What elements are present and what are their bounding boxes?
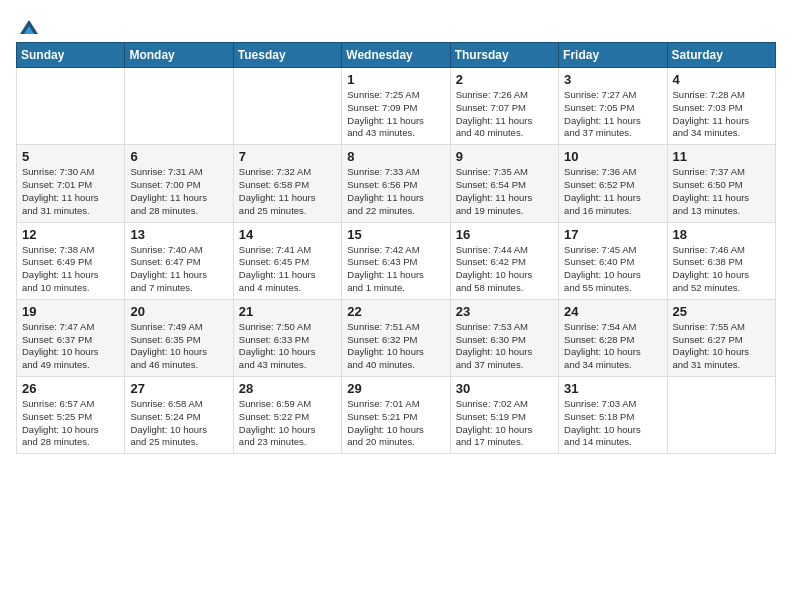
day-number: 21 xyxy=(239,304,336,319)
day-number: 12 xyxy=(22,227,119,242)
day-info: Sunrise: 7:32 AM Sunset: 6:58 PM Dayligh… xyxy=(239,166,336,217)
calendar-header: SundayMondayTuesdayWednesdayThursdayFrid… xyxy=(17,43,776,68)
day-number: 15 xyxy=(347,227,444,242)
day-number: 11 xyxy=(673,149,770,164)
calendar-cell: 8Sunrise: 7:33 AM Sunset: 6:56 PM Daylig… xyxy=(342,145,450,222)
logo-top xyxy=(16,16,40,36)
day-number: 7 xyxy=(239,149,336,164)
calendar-cell: 12Sunrise: 7:38 AM Sunset: 6:49 PM Dayli… xyxy=(17,222,125,299)
day-info: Sunrise: 7:03 AM Sunset: 5:18 PM Dayligh… xyxy=(564,398,661,449)
calendar-table: SundayMondayTuesdayWednesdayThursdayFrid… xyxy=(16,42,776,454)
calendar-cell: 20Sunrise: 7:49 AM Sunset: 6:35 PM Dayli… xyxy=(125,299,233,376)
calendar-body: 1Sunrise: 7:25 AM Sunset: 7:09 PM Daylig… xyxy=(17,68,776,454)
day-number: 8 xyxy=(347,149,444,164)
week-row-2: 5Sunrise: 7:30 AM Sunset: 7:01 PM Daylig… xyxy=(17,145,776,222)
calendar-cell: 6Sunrise: 7:31 AM Sunset: 7:00 PM Daylig… xyxy=(125,145,233,222)
week-row-3: 12Sunrise: 7:38 AM Sunset: 6:49 PM Dayli… xyxy=(17,222,776,299)
weekday-header-friday: Friday xyxy=(559,43,667,68)
day-info: Sunrise: 7:49 AM Sunset: 6:35 PM Dayligh… xyxy=(130,321,227,372)
day-info: Sunrise: 7:46 AM Sunset: 6:38 PM Dayligh… xyxy=(673,244,770,295)
day-number: 6 xyxy=(130,149,227,164)
calendar-cell: 27Sunrise: 6:58 AM Sunset: 5:24 PM Dayli… xyxy=(125,377,233,454)
day-number: 29 xyxy=(347,381,444,396)
day-number: 1 xyxy=(347,72,444,87)
day-number: 3 xyxy=(564,72,661,87)
day-info: Sunrise: 7:33 AM Sunset: 6:56 PM Dayligh… xyxy=(347,166,444,217)
day-info: Sunrise: 7:51 AM Sunset: 6:32 PM Dayligh… xyxy=(347,321,444,372)
day-number: 20 xyxy=(130,304,227,319)
calendar-cell: 28Sunrise: 6:59 AM Sunset: 5:22 PM Dayli… xyxy=(233,377,341,454)
week-row-4: 19Sunrise: 7:47 AM Sunset: 6:37 PM Dayli… xyxy=(17,299,776,376)
day-number: 26 xyxy=(22,381,119,396)
day-info: Sunrise: 7:36 AM Sunset: 6:52 PM Dayligh… xyxy=(564,166,661,217)
calendar-cell: 3Sunrise: 7:27 AM Sunset: 7:05 PM Daylig… xyxy=(559,68,667,145)
calendar-cell: 30Sunrise: 7:02 AM Sunset: 5:19 PM Dayli… xyxy=(450,377,558,454)
day-number: 23 xyxy=(456,304,553,319)
calendar-cell: 11Sunrise: 7:37 AM Sunset: 6:50 PM Dayli… xyxy=(667,145,775,222)
day-info: Sunrise: 7:01 AM Sunset: 5:21 PM Dayligh… xyxy=(347,398,444,449)
calendar-cell: 21Sunrise: 7:50 AM Sunset: 6:33 PM Dayli… xyxy=(233,299,341,376)
calendar-cell: 31Sunrise: 7:03 AM Sunset: 5:18 PM Dayli… xyxy=(559,377,667,454)
day-info: Sunrise: 7:50 AM Sunset: 6:33 PM Dayligh… xyxy=(239,321,336,372)
calendar-cell: 22Sunrise: 7:51 AM Sunset: 6:32 PM Dayli… xyxy=(342,299,450,376)
day-info: Sunrise: 7:41 AM Sunset: 6:45 PM Dayligh… xyxy=(239,244,336,295)
calendar-cell: 19Sunrise: 7:47 AM Sunset: 6:37 PM Dayli… xyxy=(17,299,125,376)
day-info: Sunrise: 7:45 AM Sunset: 6:40 PM Dayligh… xyxy=(564,244,661,295)
day-number: 25 xyxy=(673,304,770,319)
day-info: Sunrise: 7:40 AM Sunset: 6:47 PM Dayligh… xyxy=(130,244,227,295)
day-number: 27 xyxy=(130,381,227,396)
calendar-cell: 25Sunrise: 7:55 AM Sunset: 6:27 PM Dayli… xyxy=(667,299,775,376)
day-info: Sunrise: 7:02 AM Sunset: 5:19 PM Dayligh… xyxy=(456,398,553,449)
day-info: Sunrise: 7:25 AM Sunset: 7:09 PM Dayligh… xyxy=(347,89,444,140)
day-number: 4 xyxy=(673,72,770,87)
day-info: Sunrise: 7:38 AM Sunset: 6:49 PM Dayligh… xyxy=(22,244,119,295)
day-info: Sunrise: 7:35 AM Sunset: 6:54 PM Dayligh… xyxy=(456,166,553,217)
logo-gb xyxy=(16,16,40,34)
week-row-5: 26Sunrise: 6:57 AM Sunset: 5:25 PM Dayli… xyxy=(17,377,776,454)
day-number: 28 xyxy=(239,381,336,396)
day-number: 17 xyxy=(564,227,661,242)
calendar-cell: 26Sunrise: 6:57 AM Sunset: 5:25 PM Dayli… xyxy=(17,377,125,454)
calendar-cell: 15Sunrise: 7:42 AM Sunset: 6:43 PM Dayli… xyxy=(342,222,450,299)
day-info: Sunrise: 7:30 AM Sunset: 7:01 PM Dayligh… xyxy=(22,166,119,217)
calendar-cell: 14Sunrise: 7:41 AM Sunset: 6:45 PM Dayli… xyxy=(233,222,341,299)
calendar-cell: 29Sunrise: 7:01 AM Sunset: 5:21 PM Dayli… xyxy=(342,377,450,454)
logo-flag-icon xyxy=(18,18,40,36)
calendar-cell xyxy=(667,377,775,454)
day-number: 18 xyxy=(673,227,770,242)
day-info: Sunrise: 7:42 AM Sunset: 6:43 PM Dayligh… xyxy=(347,244,444,295)
calendar-cell xyxy=(233,68,341,145)
day-info: Sunrise: 6:57 AM Sunset: 5:25 PM Dayligh… xyxy=(22,398,119,449)
day-number: 22 xyxy=(347,304,444,319)
day-info: Sunrise: 7:54 AM Sunset: 6:28 PM Dayligh… xyxy=(564,321,661,372)
logo xyxy=(16,16,40,34)
weekday-header-sunday: Sunday xyxy=(17,43,125,68)
day-info: Sunrise: 6:58 AM Sunset: 5:24 PM Dayligh… xyxy=(130,398,227,449)
day-number: 24 xyxy=(564,304,661,319)
week-row-1: 1Sunrise: 7:25 AM Sunset: 7:09 PM Daylig… xyxy=(17,68,776,145)
weekday-header-tuesday: Tuesday xyxy=(233,43,341,68)
day-number: 31 xyxy=(564,381,661,396)
calendar-cell: 16Sunrise: 7:44 AM Sunset: 6:42 PM Dayli… xyxy=(450,222,558,299)
calendar-cell: 13Sunrise: 7:40 AM Sunset: 6:47 PM Dayli… xyxy=(125,222,233,299)
calendar-cell: 17Sunrise: 7:45 AM Sunset: 6:40 PM Dayli… xyxy=(559,222,667,299)
weekday-header-wednesday: Wednesday xyxy=(342,43,450,68)
day-info: Sunrise: 7:44 AM Sunset: 6:42 PM Dayligh… xyxy=(456,244,553,295)
day-number: 14 xyxy=(239,227,336,242)
day-number: 16 xyxy=(456,227,553,242)
calendar-cell xyxy=(125,68,233,145)
day-info: Sunrise: 6:59 AM Sunset: 5:22 PM Dayligh… xyxy=(239,398,336,449)
day-info: Sunrise: 7:37 AM Sunset: 6:50 PM Dayligh… xyxy=(673,166,770,217)
day-info: Sunrise: 7:53 AM Sunset: 6:30 PM Dayligh… xyxy=(456,321,553,372)
calendar-cell: 1Sunrise: 7:25 AM Sunset: 7:09 PM Daylig… xyxy=(342,68,450,145)
day-number: 13 xyxy=(130,227,227,242)
day-info: Sunrise: 7:28 AM Sunset: 7:03 PM Dayligh… xyxy=(673,89,770,140)
calendar-cell: 23Sunrise: 7:53 AM Sunset: 6:30 PM Dayli… xyxy=(450,299,558,376)
day-number: 5 xyxy=(22,149,119,164)
calendar-cell: 4Sunrise: 7:28 AM Sunset: 7:03 PM Daylig… xyxy=(667,68,775,145)
day-number: 9 xyxy=(456,149,553,164)
day-info: Sunrise: 7:55 AM Sunset: 6:27 PM Dayligh… xyxy=(673,321,770,372)
header xyxy=(16,16,776,34)
weekday-header-thursday: Thursday xyxy=(450,43,558,68)
calendar-cell: 10Sunrise: 7:36 AM Sunset: 6:52 PM Dayli… xyxy=(559,145,667,222)
